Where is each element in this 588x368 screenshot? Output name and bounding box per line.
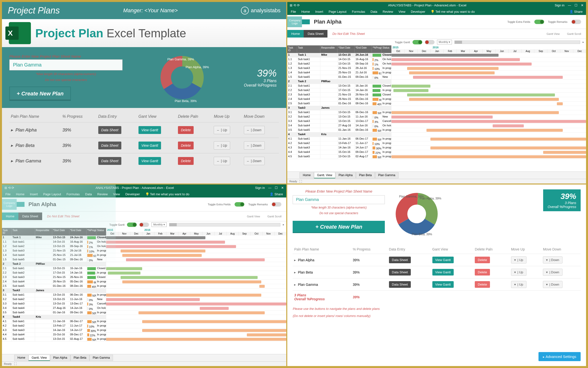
ribbon-tab[interactable]: Formulas [352, 10, 365, 13]
project-title-chip[interactable] [302, 19, 310, 24]
gantt-unit-select[interactable]: Monthly ▾ [437, 40, 452, 44]
delete-button[interactable]: Delete [475, 269, 490, 276]
new-plan-input[interactable] [9, 59, 123, 70]
close-icon[interactable]: ✕ [281, 186, 284, 190]
view-gantt-button[interactable]: View Gantt [138, 126, 161, 134]
view-gantt-button[interactable]: View Gantt [432, 269, 454, 276]
move-down-button[interactable]: – | Down [244, 141, 265, 150]
move-down-button[interactable]: ▾| Down [543, 281, 562, 288]
gantt-body[interactable]: 1Task 1Mike 13-Oct-1524-Jun-16 100%Close… [287, 53, 586, 171]
delete-button[interactable]: Delete [475, 257, 490, 263]
move-up-button[interactable]: – | Up [214, 157, 230, 165]
quick-access[interactable]: ⊞ ⟲ ⟳ [290, 3, 300, 7]
gantt-unit-select[interactable]: Monthly ▾ [151, 222, 167, 227]
move-down-button[interactable]: ▾| Down [543, 269, 562, 276]
move-down-button[interactable]: ▾| Down [543, 256, 562, 263]
min-icon[interactable]: — [568, 3, 571, 7]
ribbon-tab[interactable]: Page Layout [329, 10, 347, 13]
signin-link[interactable]: Sign in [255, 186, 265, 190]
ribbon-tab[interactable]: File [291, 10, 296, 13]
ribbon-tab[interactable]: Insert [30, 192, 38, 196]
gantt-scrollbar[interactable] [454, 40, 580, 44]
delete-button[interactable]: Delete [475, 281, 490, 288]
advanced-settings-button[interactable]: Advanced Settings [538, 352, 581, 361]
move-down-button[interactable]: – | Down [244, 126, 265, 134]
max-icon[interactable]: ☐ [575, 3, 577, 7]
ribbon-tab[interactable]: Home [16, 192, 25, 196]
worksheet-tab[interactable]: Home [14, 355, 28, 361]
toggle-gantt[interactable] [413, 40, 422, 44]
worksheet-tab[interactable]: Plan Beta [356, 172, 375, 178]
move-up-button[interactable]: – | Up [214, 126, 230, 134]
delete-button[interactable]: Delete [178, 126, 194, 134]
scroll-right-icon[interactable]: ▸ [283, 223, 284, 226]
ribbon-tab[interactable]: View [399, 10, 405, 13]
data-sheet-button[interactable]: Data Sheet [389, 281, 411, 288]
signin-link[interactable]: Sign in [555, 3, 564, 7]
worksheet-tab[interactable]: Plan Gamma [89, 355, 113, 361]
worksheet-tab[interactable]: Gantt. View [28, 355, 50, 361]
tab-home[interactable]: Home [287, 30, 304, 38]
share-button[interactable]: 👤 Share [569, 10, 583, 13]
data-sheet-button[interactable]: Data Sheet [98, 126, 121, 134]
toggle-extra-fields[interactable] [235, 202, 244, 207]
share-button[interactable]: 👤 Share [270, 192, 283, 196]
expand-icon[interactable]: ▸ [11, 158, 13, 163]
move-up-button[interactable]: ▾| Up [511, 269, 526, 276]
delete-button[interactable]: Delete [178, 157, 194, 165]
data-sheet-button[interactable]: Data Sheet [389, 269, 411, 276]
delete-button[interactable]: Delete [178, 142, 194, 149]
ribbon-tab[interactable]: Developer [411, 10, 425, 13]
move-up-button[interactable]: ▾| Up [511, 281, 526, 288]
toggle-gantt-2[interactable] [139, 223, 149, 227]
scroll-right-icon[interactable]: ▸ [583, 40, 584, 44]
toggle-gantt-2[interactable] [425, 40, 435, 44]
tab-home[interactable]: Home [2, 212, 18, 220]
toggle-remarks[interactable] [272, 202, 281, 207]
data-sheet-button[interactable]: Data Sheet [98, 142, 121, 149]
worksheet-tab[interactable]: Gantt. View [314, 172, 336, 178]
max-icon[interactable]: ☐ [275, 186, 278, 190]
view-gantt-button[interactable]: View Gantt [432, 257, 454, 263]
worksheet-tab[interactable]: Plan Gamma [375, 172, 399, 178]
tell-me[interactable]: 💡 Tell me what you want to do [431, 10, 475, 13]
move-up-button[interactable]: ▾| Up [511, 256, 526, 263]
expand-icon[interactable]: ▸ [294, 258, 296, 262]
worksheet-tab[interactable]: Plan Alpha [50, 355, 70, 361]
quick-access[interactable]: ⊞ ⟲ ⟳ [4, 186, 14, 190]
view-gantt-button[interactable]: View Gantt [138, 142, 161, 149]
expand-icon[interactable]: ▸ [11, 128, 13, 132]
toggle-extra-fields[interactable] [534, 20, 544, 24]
ribbon-tab[interactable]: Data [85, 192, 92, 196]
ribbon-tab[interactable]: Data [371, 10, 377, 13]
worksheet-tab[interactable]: Plan Beta [70, 355, 89, 361]
data-sheet-button[interactable]: Data Sheet [389, 257, 411, 263]
expand-icon[interactable]: ▸ [294, 283, 296, 287]
ribbon-tab[interactable]: Page Layout [43, 192, 61, 196]
expand-icon[interactable]: ▸ [11, 143, 13, 148]
ribbon-tab[interactable]: Insert [315, 10, 323, 13]
ribbon-tab[interactable]: View [113, 192, 120, 196]
ribbon-tab[interactable]: Review [97, 192, 108, 196]
worksheet-tab[interactable]: Home [300, 172, 314, 178]
move-up-button[interactable]: – | Up [214, 141, 230, 150]
create-plan-button[interactable]: + Create New Plan [9, 87, 71, 101]
ribbon-tab[interactable]: Home [301, 10, 310, 13]
project-title-chip[interactable] [17, 202, 25, 207]
ribbon-tab[interactable]: Review [383, 10, 393, 13]
tab-data-sheet[interactable]: Data Sheet [304, 30, 327, 38]
worksheet-tab[interactable]: Plan Alpha [335, 172, 356, 178]
close-icon[interactable]: ✕ [581, 3, 584, 7]
expand-icon[interactable]: ▸ [294, 270, 296, 274]
tell-me[interactable]: 💡 Tell me what you want to do [145, 192, 189, 196]
data-sheet-button[interactable]: Data Sheet [98, 157, 121, 165]
toggle-remarks[interactable] [571, 20, 581, 24]
ribbon-tab[interactable]: File [5, 192, 11, 196]
min-icon[interactable]: — [268, 186, 271, 190]
view-gantt-button[interactable]: View Gantt [138, 157, 161, 165]
toggle-gantt[interactable] [127, 223, 137, 227]
gantt-body[interactable]: 1Task 1Mike 13-Oct-1524-Jun-16 100%Close… [2, 236, 286, 354]
br-new-plan-input[interactable] [293, 195, 385, 204]
move-down-button[interactable]: – | Down [244, 157, 265, 165]
tab-data-sheet[interactable]: Data Sheet [18, 212, 42, 220]
